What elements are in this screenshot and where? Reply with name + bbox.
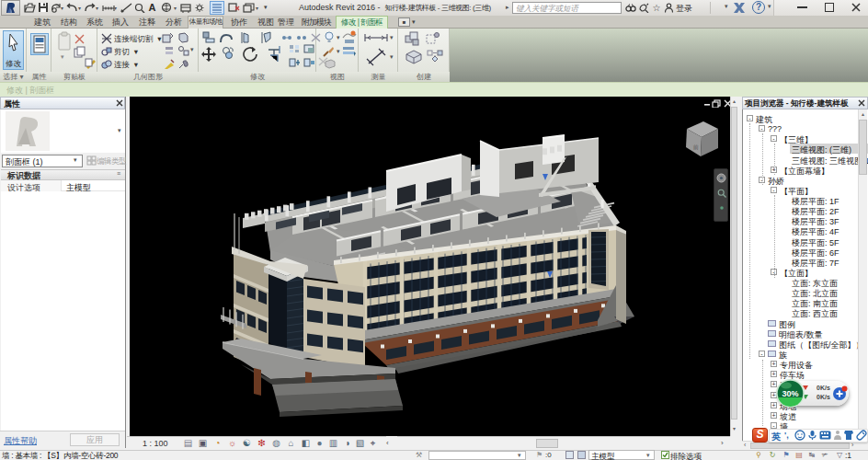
svg-text:前: 前: [692, 144, 699, 150]
svg-text:30%: 30%: [782, 389, 798, 398]
